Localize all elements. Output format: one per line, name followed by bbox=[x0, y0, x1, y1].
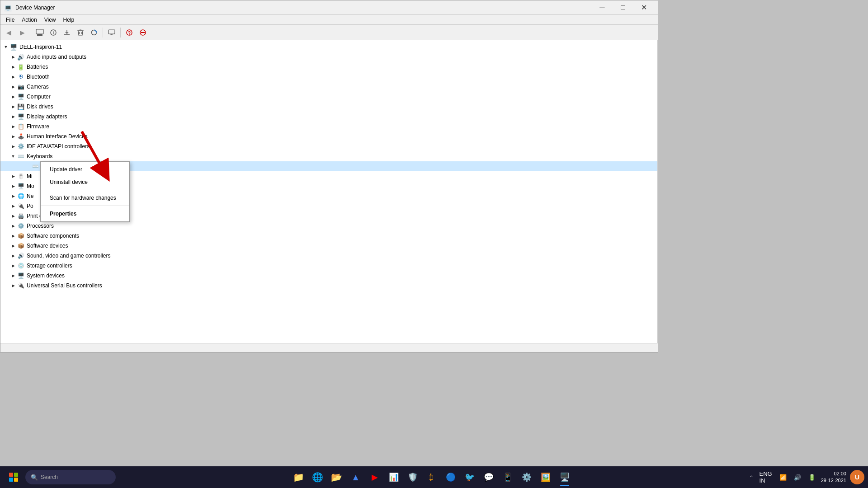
tree-sound[interactable]: ▶ 🔊 Sound, video and game controllers bbox=[0, 251, 657, 261]
taskbar-vpn[interactable]: 🛡️ bbox=[404, 467, 422, 487]
menu-view[interactable]: View bbox=[41, 16, 60, 24]
tree-firmware[interactable]: ▶ 📋 Firmware bbox=[0, 122, 657, 131]
tree-audio[interactable]: ▶ 🔊 Audio inputs and outputs bbox=[0, 52, 657, 62]
uninstall-button[interactable] bbox=[74, 26, 87, 39]
tree-storage[interactable]: ▶ 💿 Storage controllers bbox=[0, 261, 657, 271]
tree-system[interactable]: ▶ 🖥️ System devices bbox=[0, 271, 657, 281]
tree-bluetooth[interactable]: ▶ 𝔅 Bluetooth bbox=[0, 72, 657, 82]
taskbar-bit[interactable]: ₿ bbox=[423, 467, 441, 487]
help-button[interactable]: ? bbox=[123, 26, 136, 39]
sound-expand-icon[interactable]: ▶ bbox=[9, 253, 17, 258]
tree-computer[interactable]: ▶ 🖥️ Computer bbox=[0, 92, 657, 102]
keyboards-expand-icon[interactable]: ▼ bbox=[9, 154, 17, 159]
taskbar-youtube[interactable]: ▶ bbox=[366, 467, 384, 487]
taskbar-twitter[interactable]: 🐦 bbox=[461, 467, 479, 487]
start-button[interactable] bbox=[4, 467, 24, 487]
processors-icon: ⚙️ bbox=[17, 222, 25, 230]
tree-keyboards-label: Keyboards bbox=[27, 153, 52, 160]
tree-ide[interactable]: ▶ ⚙️ IDE ATA/ATAPI controllers bbox=[0, 141, 657, 151]
hid-expand-icon[interactable]: ▶ bbox=[9, 134, 17, 139]
tree-software-components[interactable]: ▶ 📦 Software components bbox=[0, 231, 657, 241]
remove-button[interactable] bbox=[137, 26, 149, 39]
scan-hardware-button[interactable] bbox=[88, 26, 100, 39]
taskbar-photos[interactable]: 🖼️ bbox=[537, 467, 555, 487]
menu-help[interactable]: Help bbox=[60, 16, 78, 24]
network-icon: 🌐 bbox=[17, 192, 25, 200]
tree-disk[interactable]: ▶ 💾 Disk drives bbox=[0, 102, 657, 112]
tree-keyboards[interactable]: ▼ ⌨️ Keyboards bbox=[0, 151, 657, 161]
system-clock[interactable]: 02:00 29-12-2021 bbox=[821, 470, 846, 484]
explorer2-icon: 📂 bbox=[331, 472, 342, 483]
printq-expand-icon[interactable]: ▶ bbox=[9, 214, 17, 218]
maximize-button[interactable]: □ bbox=[613, 0, 633, 15]
user-avatar[interactable]: U bbox=[850, 470, 864, 484]
context-properties[interactable]: Properties bbox=[41, 207, 129, 220]
tray-chevron-icon[interactable]: ⌃ bbox=[748, 473, 755, 482]
context-uninstall-device[interactable]: Uninstall device bbox=[41, 176, 129, 188]
processors-expand-icon[interactable]: ▶ bbox=[9, 224, 17, 228]
bluetooth-expand-icon[interactable]: ▶ bbox=[9, 75, 17, 79]
properties-button[interactable]: i bbox=[47, 26, 60, 39]
computer-mgmt-button[interactable] bbox=[105, 26, 118, 39]
device-tree[interactable]: ▼ 🖥️ DELL-Inspiron-11 ▶ 🔊 Audio inputs a… bbox=[0, 40, 658, 343]
context-scan-hardware[interactable]: Scan for hardware changes bbox=[41, 192, 129, 204]
network-tray-icon[interactable]: 📶 bbox=[778, 473, 788, 482]
ide-expand-icon[interactable]: ▶ bbox=[9, 144, 17, 149]
taskbar-edge[interactable]: 🌐 bbox=[309, 467, 327, 487]
taskbar-msg[interactable]: 💬 bbox=[480, 467, 498, 487]
batteries-expand-icon[interactable]: ▶ bbox=[9, 65, 17, 69]
tree-cameras[interactable]: ▶ 📷 Cameras bbox=[0, 82, 657, 92]
status-bar bbox=[0, 343, 658, 352]
menu-action[interactable]: Action bbox=[18, 16, 40, 24]
search-placeholder: Search bbox=[41, 474, 58, 480]
softdev-expand-icon[interactable]: ▶ bbox=[9, 244, 17, 248]
mice-expand-icon[interactable]: ▶ bbox=[9, 174, 17, 178]
update-driver-button[interactable] bbox=[61, 26, 73, 39]
firmware-icon: 📋 bbox=[17, 123, 25, 130]
tree-display[interactable]: ▶ 🖥️ Display adapters bbox=[0, 112, 657, 122]
context-update-driver[interactable]: Update driver bbox=[41, 163, 129, 176]
menu-file[interactable]: File bbox=[2, 16, 18, 24]
window-icon: 💻 bbox=[4, 4, 12, 11]
taskbar-browser[interactable]: 🔵 bbox=[442, 467, 460, 487]
close-button[interactable]: ✕ bbox=[633, 0, 654, 15]
disk-expand-icon[interactable]: ▶ bbox=[9, 104, 17, 109]
tree-software-devices[interactable]: ▶ 📦 Software devices bbox=[0, 241, 657, 251]
computer-icon: 🖥️ bbox=[9, 43, 18, 51]
firmware-expand-icon[interactable]: ▶ bbox=[9, 124, 17, 129]
root-expand-icon[interactable]: ▼ bbox=[2, 45, 9, 49]
tree-usb[interactable]: ▶ 🔌 Universal Serial Bus controllers bbox=[0, 281, 657, 291]
softcomp-expand-icon[interactable]: ▶ bbox=[9, 234, 17, 238]
audio-expand-icon[interactable]: ▶ bbox=[9, 55, 17, 59]
tree-batteries[interactable]: ▶ 🔋 Batteries bbox=[0, 62, 657, 72]
tree-hid[interactable]: ▶ 🕹️ Human Interface Devices bbox=[0, 131, 657, 141]
taskbar-explorer2[interactable]: 📂 bbox=[328, 467, 346, 487]
battery-tray-icon[interactable]: 🔋 bbox=[807, 473, 817, 482]
minimize-button[interactable]: ─ bbox=[592, 0, 613, 15]
show-all-button[interactable] bbox=[33, 26, 46, 39]
storage-icon: 💿 bbox=[17, 262, 25, 269]
clock-date: 29-12-2021 bbox=[821, 477, 846, 484]
system-expand-icon[interactable]: ▶ bbox=[9, 273, 17, 278]
network-expand-icon[interactable]: ▶ bbox=[9, 194, 17, 198]
computer-expand-icon[interactable]: ▶ bbox=[9, 94, 17, 99]
taskbar-file-explorer[interactable]: 📁 bbox=[290, 467, 308, 487]
storage-expand-icon[interactable]: ▶ bbox=[9, 263, 17, 268]
back-button[interactable]: ◀ bbox=[2, 26, 15, 39]
taskbar-sheets[interactable]: 📊 bbox=[385, 467, 403, 487]
tree-root[interactable]: ▼ 🖥️ DELL-Inspiron-11 bbox=[0, 42, 657, 52]
taskbar-drive[interactable]: ▲ bbox=[347, 467, 365, 487]
volume-tray-icon[interactable]: 🔊 bbox=[792, 473, 803, 482]
taskbar-whatsapp[interactable]: 📱 bbox=[499, 467, 517, 487]
monitors-expand-icon[interactable]: ▶ bbox=[9, 184, 17, 188]
taskbar-devmgr[interactable]: 🖥️ bbox=[556, 467, 574, 487]
hid-icon: 🕹️ bbox=[17, 133, 25, 140]
usb-expand-icon[interactable]: ▶ bbox=[9, 283, 17, 288]
search-bar[interactable]: 🔍 Search bbox=[25, 470, 116, 484]
forward-button[interactable]: ▶ bbox=[16, 26, 28, 39]
tree-processors[interactable]: ▶ ⚙️ Processors bbox=[0, 221, 657, 231]
ports-expand-icon[interactable]: ▶ bbox=[9, 204, 17, 208]
cameras-expand-icon[interactable]: ▶ bbox=[9, 84, 17, 89]
taskbar-settings[interactable]: ⚙️ bbox=[518, 467, 536, 487]
display-expand-icon[interactable]: ▶ bbox=[9, 114, 17, 119]
